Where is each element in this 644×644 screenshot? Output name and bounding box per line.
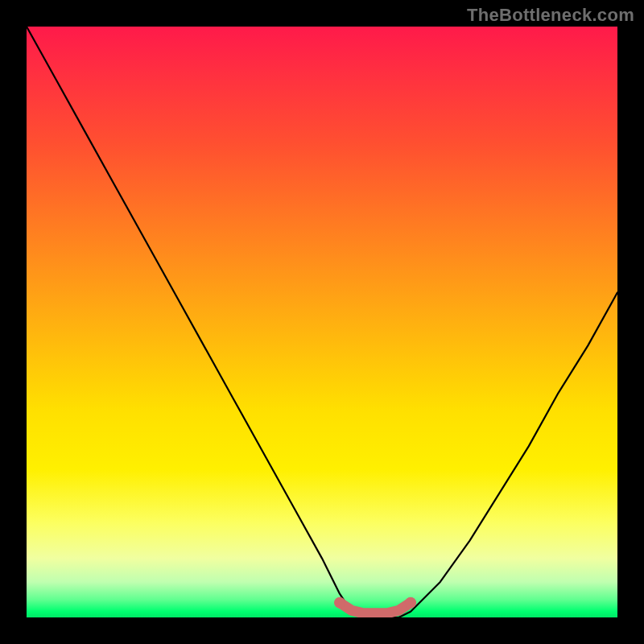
flat-marker	[334, 597, 416, 613]
svg-point-0	[334, 597, 345, 609]
bottleneck-curve	[27, 27, 617, 617]
chart-svg	[27, 27, 617, 617]
watermark-text: TheBottleneck.com	[467, 5, 634, 26]
plot-area	[27, 27, 617, 617]
svg-point-1	[405, 597, 416, 609]
chart-frame: TheBottleneck.com	[0, 0, 644, 644]
